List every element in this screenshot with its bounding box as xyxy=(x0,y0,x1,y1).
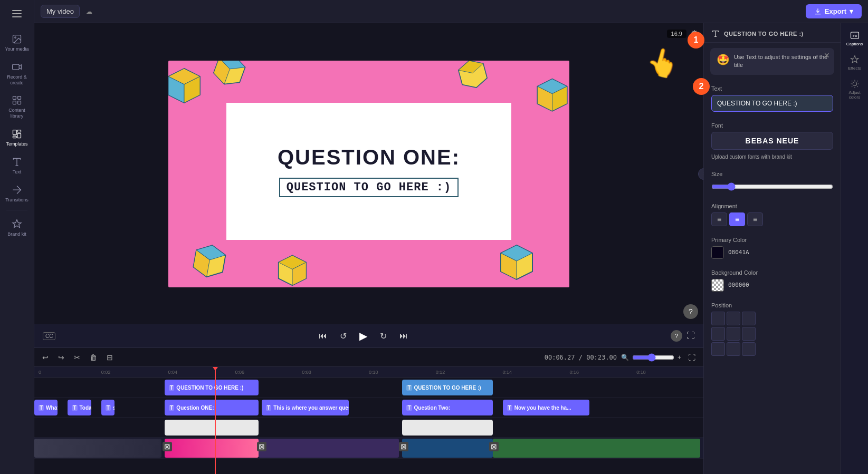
ri-item-effects[interactable]: Effects xyxy=(843,52,866,74)
video-title[interactable]: My video xyxy=(41,5,80,18)
background-color-section: Background Color 000000 xyxy=(704,264,841,297)
text-panel-icon xyxy=(711,30,720,38)
delete-button[interactable]: 🗑 xyxy=(87,352,100,363)
sidebar-item-text[interactable]: Text xyxy=(2,152,32,178)
transition-icon-2[interactable]: ⊠ xyxy=(257,442,266,451)
playhead-triangle xyxy=(213,367,218,371)
undo-button[interactable]: ↩ xyxy=(40,352,51,363)
help-circle-icon[interactable]: ? xyxy=(671,330,682,342)
tooltip-close-button[interactable]: ✕ xyxy=(824,51,830,60)
track-clip-title1[interactable]: T QUESTION TO GO HERE :) xyxy=(165,380,259,395)
forward-5-button[interactable]: ↻ xyxy=(378,329,389,343)
expand-timeline-button[interactable]: ⛶ xyxy=(685,352,698,363)
zoom-in-icon[interactable]: + xyxy=(678,354,681,361)
track-clip-white2[interactable] xyxy=(402,420,492,436)
pos-btn-tr[interactable] xyxy=(742,312,756,325)
track-clip-sub1[interactable]: T What's up! xyxy=(34,400,58,415)
question-subtitle[interactable]: QUESTION TO GO HERE :) xyxy=(279,178,459,197)
zoom-slider[interactable] xyxy=(632,353,674,362)
track-clip-sub5[interactable]: T This is where you answer question one xyxy=(262,400,349,415)
export-button[interactable]: Export ▾ xyxy=(806,4,862,18)
track-row-2: T What's up! T Today, w T s T xyxy=(34,398,703,418)
transition-icon-4[interactable]: ⊠ xyxy=(489,442,499,451)
sidebar-item-media[interactable]: Your media xyxy=(2,30,32,55)
ri-item-adjust[interactable]: Adjust colors xyxy=(843,76,866,103)
alignment-section: Alignment ≡ ≡ ≡ xyxy=(704,198,841,231)
transition-icon-3[interactable]: ⊠ xyxy=(399,442,408,451)
transition-icon-1[interactable]: ⊠ xyxy=(163,442,172,451)
ri-item-adjust-label: Adjust colors xyxy=(844,90,865,100)
cut-button[interactable]: ✂ xyxy=(71,352,83,363)
pos-btn-mr[interactable] xyxy=(742,327,756,341)
track-clip-sub3[interactable]: T s xyxy=(101,400,115,415)
video-area: 16:9 ⚙ xyxy=(34,23,703,474)
sidebar-item-templates[interactable]: Templates xyxy=(2,124,32,150)
position-grid xyxy=(711,312,833,356)
split-button[interactable]: ⊟ xyxy=(104,352,116,363)
upload-fonts-link[interactable]: Upload custom fonts with brand kit xyxy=(711,154,792,160)
track-clip-sub2[interactable]: T Today, w xyxy=(68,400,91,415)
left-sidebar: Your media Record & create Content libra… xyxy=(0,0,34,474)
align-left-button[interactable]: ≡ xyxy=(711,212,727,226)
text-input[interactable] xyxy=(711,95,833,112)
cc-badge[interactable]: CC xyxy=(43,332,55,340)
ri-item-effects-label: Effects xyxy=(848,66,861,71)
track-clip-white1[interactable] xyxy=(165,420,259,436)
pos-btn-tc[interactable] xyxy=(727,312,740,325)
main-area: My video ☁ Export ▾ 16:9 ⚙ xyxy=(34,0,868,474)
panel-title: QUESTION TO GO HERE :) xyxy=(724,31,833,37)
skip-back-button[interactable]: ⏮ xyxy=(317,329,329,343)
font-selector[interactable]: BEBAS NEUE xyxy=(711,132,833,150)
align-right-button[interactable]: ≡ xyxy=(747,212,763,226)
primary-color-value: 08041A xyxy=(728,249,749,256)
cube-br xyxy=(495,243,538,285)
ruler-mark-0: 0 xyxy=(39,370,41,375)
canvas-settings-icon[interactable]: ⚙ xyxy=(691,28,698,38)
sidebar-item-content[interactable]: Content library xyxy=(2,91,32,122)
align-center-button[interactable]: ≡ xyxy=(729,212,745,226)
primary-color-section: Primary Color 08041A xyxy=(704,231,841,264)
pos-btn-ml[interactable] xyxy=(711,327,725,341)
collapse-button[interactable]: › xyxy=(698,168,703,180)
sidebar-item-transitions-label: Transitions xyxy=(5,197,28,203)
cube-b2 xyxy=(274,253,311,287)
fullscreen-button[interactable]: ⛶ xyxy=(686,331,695,341)
thumb-blue xyxy=(402,439,492,458)
skip-forward-button[interactable]: ⏭ xyxy=(397,329,410,343)
pos-btn-mc[interactable] xyxy=(727,327,740,341)
pos-btn-br[interactable] xyxy=(742,342,756,356)
sidebar-item-record[interactable]: Record & create xyxy=(2,57,32,89)
help-button[interactable]: ? xyxy=(683,304,698,319)
font-section: Font BEBAS NEUE Upload custom fonts with… xyxy=(704,117,841,166)
play-button[interactable]: ▶ xyxy=(357,327,369,344)
svg-rect-5 xyxy=(13,101,16,104)
primary-color-swatch[interactable] xyxy=(711,246,724,259)
canvas-settings: 16:9 ⚙ xyxy=(667,28,698,38)
background-color-swatch[interactable] xyxy=(711,279,724,292)
pos-btn-bc[interactable] xyxy=(727,342,740,356)
track-clip-sub4[interactable]: T Question ONE: xyxy=(165,400,259,415)
white-card: QUESTION ONE: QUESTION TO GO HERE :) xyxy=(226,103,511,240)
background-color-row: 000000 xyxy=(711,279,833,292)
sidebar-item-brand[interactable]: Brand kit xyxy=(2,215,32,240)
sidebar-item-text-label: Text xyxy=(13,169,22,175)
track-clip-sub6[interactable]: T Question Two: xyxy=(402,400,492,415)
sidebar-item-brand-label: Brand kit xyxy=(7,231,26,237)
sidebar-item-transitions[interactable]: Transitions xyxy=(2,180,32,206)
pos-btn-tl[interactable] xyxy=(711,312,725,325)
track-clip-title2[interactable]: T QUESTION TO GO HERE :) xyxy=(402,380,492,395)
cloud-save-icon[interactable]: ☁ xyxy=(86,8,92,15)
size-label: Size xyxy=(711,171,833,177)
tooltip-emoji: 🤩 xyxy=(717,53,730,66)
redo-button[interactable]: ↪ xyxy=(55,352,67,363)
ri-item-captions[interactable]: Captions xyxy=(843,27,866,50)
zoom-out-icon[interactable]: 🔍 xyxy=(621,354,629,361)
pos-btn-bl[interactable] xyxy=(711,342,725,356)
timeline-ruler: 0 0:02 0:04 0:06 0:08 0:10 0:12 0:14 0:1… xyxy=(34,367,703,378)
ruler-mark-6: 0:12 xyxy=(436,370,445,375)
hamburger-menu[interactable] xyxy=(6,4,27,23)
ruler-mark-5: 0:10 xyxy=(369,370,378,375)
track-clip-sub7[interactable]: T Now you have the ha... xyxy=(503,400,590,415)
size-slider[interactable] xyxy=(711,182,833,191)
rewind-5-button[interactable]: ↺ xyxy=(338,329,349,343)
